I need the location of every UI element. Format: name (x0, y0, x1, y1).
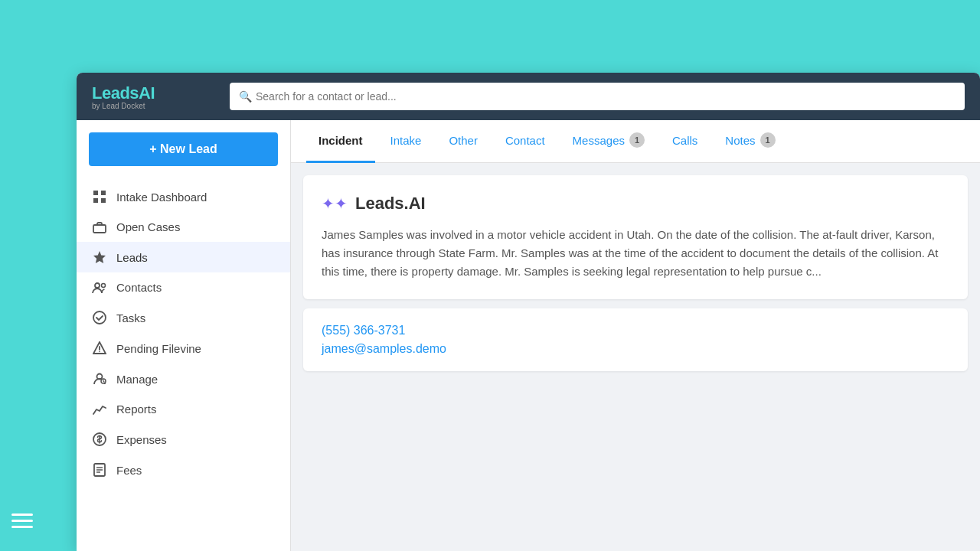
sidebar-label-fees: Fees (116, 464, 142, 477)
ai-header: ✦✦ Leads.AI (322, 194, 949, 214)
tab-other[interactable]: Other (436, 120, 490, 163)
sidebar-item-pending-filevine[interactable]: Pending Filevine (77, 333, 290, 364)
sidebar-label-leads: Leads (116, 251, 148, 264)
dollar-icon (92, 432, 107, 446)
sidebar-label-contacts: Contacts (116, 281, 162, 294)
new-lead-button[interactable]: + New Lead (89, 132, 278, 166)
logo-area: LeadsAI by Lead Docket (92, 83, 214, 110)
svg-rect-2 (93, 198, 98, 203)
briefcase-icon (92, 221, 107, 233)
sidebar-label-tasks: Tasks (116, 311, 145, 324)
logo-accent: AI (139, 83, 155, 103)
tabs-bar: Incident Intake Other Contact Messages 1… (291, 120, 980, 163)
sidebar-item-tasks[interactable]: Tasks (77, 302, 290, 333)
receipt-icon (92, 463, 107, 477)
logo-brand: Leads (92, 83, 139, 103)
hamburger-line-3 (11, 526, 33, 528)
sidebar-item-expenses[interactable]: Expenses (77, 424, 290, 455)
chart-icon (92, 403, 107, 416)
tab-messages[interactable]: Messages 1 (560, 120, 657, 163)
hamburger-menu[interactable] (11, 514, 33, 528)
tab-calls[interactable]: Calls (660, 120, 710, 163)
svg-point-6 (95, 283, 100, 288)
tab-contact-label: Contact (505, 134, 545, 147)
tab-incident[interactable]: Incident (306, 120, 375, 163)
star-icon (92, 250, 107, 264)
svg-point-7 (102, 283, 106, 287)
tab-notes-label: Notes (725, 134, 755, 147)
messages-badge: 1 (629, 132, 645, 148)
contact-phone[interactable]: (555) 366-3731 (322, 324, 949, 337)
contact-email[interactable]: james@samples.demo (322, 342, 949, 356)
sidebar-label-reports: Reports (116, 403, 157, 416)
svg-rect-3 (101, 198, 106, 203)
sidebar-item-open-cases[interactable]: Open Cases (77, 212, 290, 242)
sidebar-label-open-cases: Open Cases (116, 220, 180, 233)
app-container: LeadsAI by Lead Docket 🔍 + New Lead (77, 73, 980, 551)
sidebar-item-leads[interactable]: Leads (77, 242, 290, 272)
hamburger-line-1 (11, 514, 33, 516)
main-content: Incident Intake Other Contact Messages 1… (291, 120, 980, 551)
svg-marker-5 (93, 251, 106, 263)
svg-point-10 (99, 351, 100, 353)
sidebar-item-fees[interactable]: Fees (77, 455, 290, 485)
logo-sub: by Lead Docket (92, 102, 214, 110)
tab-notes[interactable]: Notes 1 (713, 120, 787, 163)
svg-rect-1 (101, 191, 106, 195)
tab-calls-label: Calls (672, 134, 697, 147)
ai-title: Leads.AI (355, 194, 426, 214)
sidebar: + New Lead Intake Dashboard (77, 120, 291, 551)
check-circle-icon (92, 311, 107, 324)
top-nav: LeadsAI by Lead Docket 🔍 (77, 73, 980, 120)
search-wrapper: 🔍 (230, 83, 965, 110)
people-icon (92, 282, 107, 294)
ai-sparkle-icon: ✦✦ (322, 194, 348, 213)
sidebar-item-reports[interactable]: Reports (77, 394, 290, 424)
sidebar-label-manage: Manage (116, 373, 158, 386)
tab-incident-label: Incident (318, 134, 363, 147)
hamburger-line-2 (11, 520, 33, 522)
content-area: ✦✦ Leads.AI James Samples was involved i… (291, 163, 980, 383)
contact-card: (555) 366-3731 james@samples.demo (303, 308, 968, 371)
ai-card: ✦✦ Leads.AI James Samples was involved i… (303, 175, 968, 299)
sidebar-label-expenses: Expenses (116, 433, 167, 446)
tab-intake-label: Intake (390, 134, 422, 147)
warning-icon (92, 341, 107, 355)
sidebar-item-contacts[interactable]: Contacts (77, 272, 290, 302)
tab-intake[interactable]: Intake (378, 120, 434, 163)
sidebar-label-pending-filevine: Pending Filevine (116, 342, 201, 355)
sidebar-item-intake-dashboard[interactable]: Intake Dashboard (77, 181, 290, 212)
body-layout: + New Lead Intake Dashboard (77, 120, 980, 551)
sidebar-label-intake-dashboard: Intake Dashboard (116, 191, 207, 204)
tab-other-label: Other (449, 134, 478, 147)
sidebar-item-manage[interactable]: Manage (77, 364, 290, 394)
notes-badge: 1 (760, 132, 776, 148)
svg-rect-4 (93, 225, 106, 233)
grid-icon (92, 190, 107, 204)
manage-icon (92, 372, 107, 386)
logo-text: LeadsAI (92, 83, 214, 103)
search-icon: 🔍 (239, 90, 252, 103)
svg-rect-0 (93, 191, 98, 195)
tab-messages-label: Messages (573, 134, 625, 147)
tab-contact[interactable]: Contact (493, 120, 557, 163)
ai-description: James Samples was involved in a motor ve… (322, 226, 949, 281)
search-input[interactable] (230, 83, 965, 110)
svg-point-8 (93, 311, 106, 324)
